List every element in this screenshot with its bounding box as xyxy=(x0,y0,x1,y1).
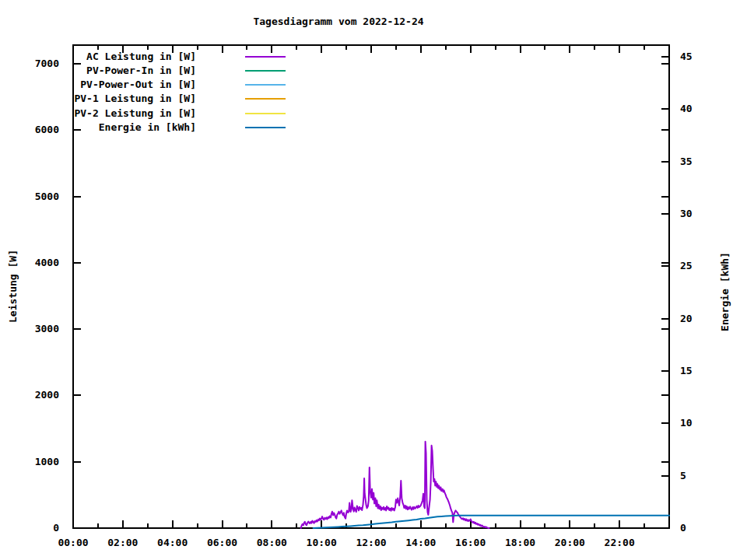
legend-label-energie: Energie in [kWh] xyxy=(99,121,196,133)
x-tick-label: 22:00 xyxy=(605,537,635,548)
y-left-tick-label: 6000 xyxy=(35,124,59,135)
plot-area: 00:0002:0004:0006:0008:0010:0012:0014:00… xyxy=(0,0,747,560)
y-right-tick-label: 45 xyxy=(680,51,693,62)
y-left-tick-label: 2000 xyxy=(35,389,59,401)
x-tick-label: 06:00 xyxy=(207,537,237,548)
legend-label-pv2: PV-2 Leistung in [W] xyxy=(74,107,196,119)
x-tick-label: 04:00 xyxy=(157,537,188,548)
legend-label-ac: AC Leistung in [W] xyxy=(86,51,196,62)
y-right-tick-label: 40 xyxy=(680,103,693,114)
x-tick-label: 12:00 xyxy=(356,537,386,548)
x-tick-label: 00:00 xyxy=(58,537,88,548)
x-tick-label: 10:00 xyxy=(307,537,337,548)
y-right-tick-label: 15 xyxy=(680,365,693,376)
legend-label-pv_out: PV-Power-Out in [W] xyxy=(80,79,196,90)
x-tick-label: 18:00 xyxy=(505,537,535,548)
x-tick-label: 08:00 xyxy=(257,537,287,548)
y-left-tick-label: 0 xyxy=(53,522,59,534)
y-right-tick-label: 30 xyxy=(680,208,693,219)
y-left-tick-label: 1000 xyxy=(35,456,59,467)
y-right-tick-label: 35 xyxy=(680,156,693,167)
y-right-tick-label: 20 xyxy=(680,313,693,324)
chart-canvas: Tagesdiagramm vom 2022-12-24 Leistung [W… xyxy=(0,0,747,560)
y-right-tick-label: 25 xyxy=(680,260,693,271)
series-energie xyxy=(314,516,669,528)
y-left-tick-label: 7000 xyxy=(35,58,59,69)
x-tick-label: 20:00 xyxy=(555,537,585,548)
y-right-tick-label: 5 xyxy=(680,470,686,481)
y-left-tick-label: 3000 xyxy=(35,323,59,334)
y-right-tick-label: 0 xyxy=(680,522,686,534)
legend-label-pv_in: PV-Power-In in [W] xyxy=(86,65,196,76)
y-left-tick-label: 5000 xyxy=(35,191,59,202)
y-left-tick-label: 4000 xyxy=(35,257,59,268)
x-tick-label: 02:00 xyxy=(107,537,138,548)
x-tick-label: 14:00 xyxy=(405,537,436,548)
legend-label-pv1: PV-1 Leistung in [W] xyxy=(74,93,196,104)
x-tick-label: 16:00 xyxy=(455,537,486,548)
y-right-tick-label: 10 xyxy=(680,417,693,429)
